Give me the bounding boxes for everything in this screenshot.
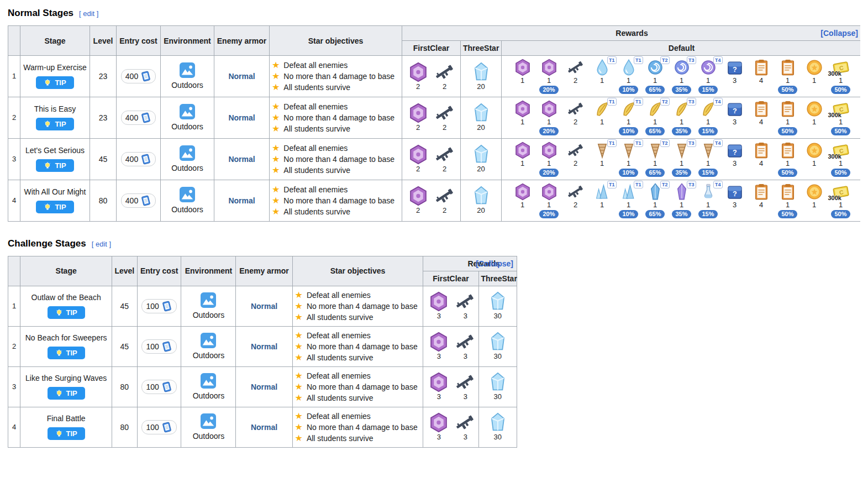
reward-item[interactable]: T11 bbox=[589, 183, 616, 209]
reward-item[interactable]: 30 bbox=[485, 332, 511, 361]
reward-item[interactable]: 2 bbox=[432, 186, 458, 215]
reward-item[interactable]: T11 bbox=[589, 141, 616, 168]
reward-item[interactable]: C300k150% bbox=[828, 100, 854, 135]
reward-item[interactable]: T11 bbox=[589, 100, 616, 127]
reward-item[interactable]: T3135% bbox=[669, 59, 695, 94]
reward-item[interactable]: T1110% bbox=[616, 141, 642, 177]
reward-item[interactable]: 1 bbox=[509, 141, 536, 168]
reward-item[interactable]: 1 bbox=[509, 59, 536, 85]
tip-button[interactable]: TIP bbox=[48, 306, 85, 319]
reward-item[interactable]: T4115% bbox=[695, 100, 722, 135]
reward-item[interactable]: 120% bbox=[536, 100, 562, 135]
reward-item[interactable]: 4 bbox=[748, 141, 775, 168]
stage-level: 45 bbox=[90, 138, 117, 180]
tip-button[interactable]: TIP bbox=[36, 159, 73, 172]
reward-item[interactable]: T1110% bbox=[616, 59, 642, 94]
reward-quantity: 1 bbox=[547, 77, 551, 85]
collapse-link[interactable]: [Collapse] bbox=[476, 259, 513, 268]
reward-item[interactable]: 1 bbox=[801, 100, 828, 127]
reward-item[interactable]: C300k150% bbox=[828, 59, 854, 94]
reward-item[interactable]: C300k150% bbox=[828, 183, 854, 218]
tip-button[interactable]: TIP bbox=[48, 427, 85, 440]
reward-item[interactable]: T1110% bbox=[616, 183, 642, 218]
environment-label: Outdoors bbox=[183, 432, 233, 441]
edit-link[interactable]: [ edit ] bbox=[92, 240, 111, 248]
tip-button[interactable]: TIP bbox=[48, 387, 85, 400]
reward-item[interactable]: 30 bbox=[485, 412, 511, 442]
reward-item[interactable]: ?3 bbox=[722, 141, 748, 168]
reward-item[interactable]: 20 bbox=[468, 62, 495, 91]
reward-item[interactable]: 30 bbox=[485, 372, 511, 401]
reward-item[interactable]: ?3 bbox=[722, 100, 748, 127]
reward-item[interactable]: T1110% bbox=[616, 100, 642, 135]
reward-item[interactable]: 150% bbox=[775, 183, 801, 218]
reward-item[interactable]: 20 bbox=[468, 103, 495, 132]
reward-item[interactable]: 2 bbox=[562, 141, 589, 168]
reward-item[interactable]: 2 bbox=[432, 62, 458, 91]
reward-item[interactable]: 120% bbox=[536, 183, 562, 218]
reward-item[interactable]: 2 bbox=[405, 186, 432, 215]
reward-item[interactable]: T2165% bbox=[642, 100, 669, 135]
reward-item[interactable]: 1 bbox=[801, 183, 828, 209]
objective-text: Defeat all enemies bbox=[283, 102, 348, 111]
reward-item[interactable]: T4115% bbox=[695, 183, 722, 218]
reward-item[interactable]: T3135% bbox=[669, 100, 695, 135]
reward-item[interactable]: 3 bbox=[425, 332, 452, 361]
reward-item[interactable]: ?3 bbox=[722, 183, 748, 209]
reward-item[interactable]: 3 bbox=[425, 372, 452, 401]
box-icon: ? bbox=[725, 59, 745, 76]
reward-item[interactable]: 20 bbox=[468, 186, 495, 215]
reward-item[interactable]: T3135% bbox=[669, 141, 695, 177]
reward-item[interactable]: 2 bbox=[405, 62, 432, 91]
reward-item[interactable]: T3135% bbox=[669, 183, 695, 218]
drop-chance-badge: 65% bbox=[645, 127, 664, 135]
stage-row: 1 Outlaw of the Beach TIP 45 100 Outdoor… bbox=[8, 286, 517, 326]
reward-item[interactable]: 3 bbox=[425, 291, 452, 321]
edit-link[interactable]: [ edit ] bbox=[79, 9, 98, 18]
reward-item[interactable]: C300k150% bbox=[828, 141, 854, 177]
tip-button[interactable]: TIP bbox=[48, 347, 85, 359]
reward-item[interactable]: 150% bbox=[775, 100, 801, 135]
reward-item[interactable]: T4115% bbox=[695, 59, 722, 94]
reward-item[interactable]: 4 bbox=[748, 183, 775, 209]
reward-item[interactable]: 120% bbox=[536, 59, 562, 94]
reward-item[interactable]: 1 bbox=[801, 59, 828, 85]
reward-item[interactable]: 150% bbox=[775, 59, 801, 94]
objective-text: No more than 4 damage to base bbox=[283, 196, 394, 205]
reward-item[interactable]: 4 bbox=[748, 100, 775, 127]
reward-item[interactable]: T2165% bbox=[642, 59, 669, 94]
reward-item[interactable]: 2 bbox=[432, 103, 458, 132]
reward-item[interactable]: 3 bbox=[425, 412, 452, 442]
reward-item[interactable]: 30 bbox=[485, 291, 511, 321]
reward-item[interactable]: 120% bbox=[536, 141, 562, 177]
reward-item[interactable]: 2 bbox=[562, 100, 589, 127]
reward-item[interactable]: 2 bbox=[405, 103, 432, 132]
reward-item[interactable]: 2 bbox=[432, 144, 458, 174]
reward-item[interactable]: 150% bbox=[775, 141, 801, 177]
reward-item[interactable]: T2165% bbox=[642, 183, 669, 218]
reward-item[interactable]: 2 bbox=[562, 59, 589, 85]
reward-item[interactable]: 1 bbox=[509, 100, 536, 127]
collapse-link[interactable]: [Collapse] bbox=[820, 29, 858, 38]
row-number: 4 bbox=[8, 407, 20, 447]
tip-button[interactable]: TIP bbox=[36, 118, 73, 130]
reward-item[interactable]: 20 bbox=[468, 144, 495, 174]
reward-item[interactable]: 3 bbox=[452, 291, 478, 321]
reward-item[interactable]: 3 bbox=[452, 372, 478, 401]
reward-item[interactable]: 1 bbox=[509, 183, 536, 209]
objectives-cell: ★Defeat all enemies★No more than 4 damag… bbox=[270, 180, 402, 221]
reward-item[interactable]: 3 bbox=[452, 332, 478, 361]
reward-item[interactable]: 3 bbox=[452, 412, 478, 442]
tier-badge: T2 bbox=[660, 139, 670, 147]
reward-item[interactable]: 4 bbox=[748, 59, 775, 85]
tip-button[interactable]: TIP bbox=[36, 76, 73, 89]
reward-item[interactable]: 2 bbox=[405, 144, 432, 174]
reward-item[interactable]: 1 bbox=[801, 141, 828, 168]
reward-item[interactable]: T11 bbox=[589, 59, 616, 85]
reward-item[interactable]: T4115% bbox=[695, 141, 722, 177]
header-entry-cost: Entry cost bbox=[117, 26, 161, 56]
reward-item[interactable]: ?3 bbox=[722, 59, 748, 85]
reward-item[interactable]: 2 bbox=[562, 183, 589, 209]
reward-item[interactable]: T2165% bbox=[642, 141, 669, 177]
tip-button[interactable]: TIP bbox=[36, 201, 73, 213]
